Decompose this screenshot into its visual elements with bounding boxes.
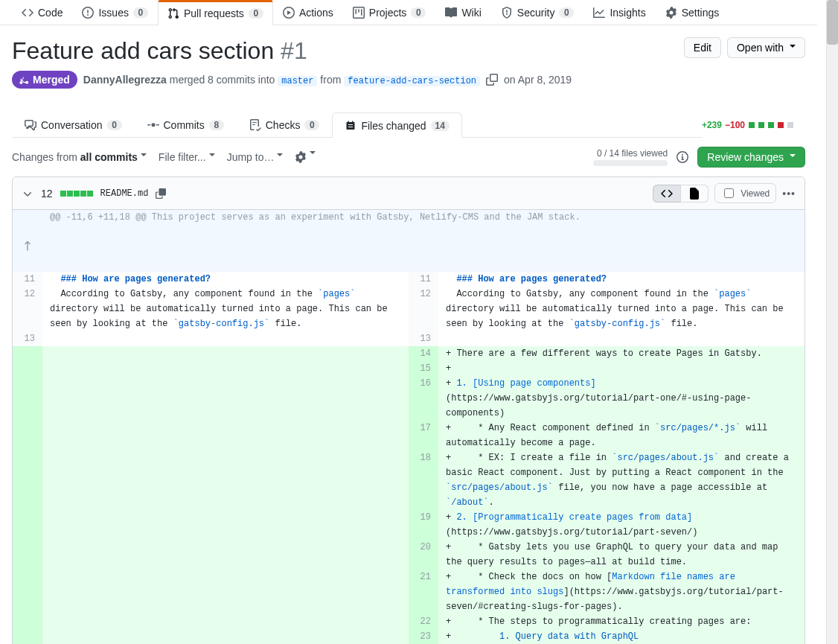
tab-pull-requests[interactable]: Pull requests 0 (158, 0, 273, 25)
line-num-right[interactable]: 14 (409, 346, 438, 361)
line-num-right[interactable]: 13 (409, 331, 438, 346)
tab-commits[interactable]: Commits 8 (135, 112, 237, 137)
kebab-menu[interactable]: ••• (782, 188, 796, 200)
hunk-header: @@ -11,6 +11,18 @@ This project serves a… (13, 210, 805, 272)
rendered-view-button[interactable] (680, 185, 709, 203)
code-right: ### How are pages generated? (438, 272, 805, 287)
tab-commits-count: 8 (209, 120, 224, 130)
issue-opened-icon (82, 7, 94, 19)
line-num-right[interactable]: 15 (409, 361, 438, 376)
tab-projects[interactable]: Projects 0 (343, 0, 436, 25)
tab-insights[interactable]: Insights (583, 0, 655, 25)
line-num-right[interactable]: 17 (409, 421, 438, 450)
edit-button[interactable]: Edit (684, 37, 721, 58)
pr-author[interactable]: DannyAllegrezza (83, 74, 167, 86)
scrollbar[interactable] (826, 0, 838, 644)
expand-icon[interactable] (13, 210, 42, 272)
diff-settings-dropdown[interactable] (295, 151, 316, 163)
progress-bar (593, 160, 668, 166)
file-changes-count: 12 (41, 188, 53, 200)
line-num-left[interactable]: 12 (13, 287, 42, 331)
open-with-button[interactable]: Open with (727, 37, 805, 58)
line-num-left[interactable]: 13 (13, 331, 42, 346)
tab-settings[interactable]: Settings (656, 0, 729, 25)
checklist-icon (249, 119, 261, 131)
diffstat-block (778, 122, 784, 128)
changes-from-dropdown[interactable]: Changes from all commits (12, 151, 147, 163)
tab-files-count: 14 (431, 121, 450, 131)
tab-checks[interactable]: Checks 0 (237, 112, 333, 137)
code-left: ### How are pages generated? (42, 272, 409, 287)
diffstat-deletions: −100 (725, 120, 745, 130)
tab-issues-label: Issues (98, 7, 128, 19)
line-num-right[interactable]: 21 (409, 570, 438, 614)
copy-icon[interactable] (486, 74, 498, 86)
tab-security[interactable]: Security 0 (491, 0, 584, 25)
line-num-right[interactable]: 23 (409, 629, 438, 644)
tab-actions-label: Actions (299, 7, 333, 19)
viewed-checkbox-input[interactable] (724, 188, 734, 198)
pr-title: Feature add cars section #1 (12, 37, 307, 65)
line-num-right[interactable]: 12 (409, 287, 438, 331)
git-merge-icon (19, 74, 30, 85)
code-right: + * The steps to programmatically creati… (438, 614, 805, 629)
info-icon[interactable] (677, 151, 688, 163)
tab-settings-label: Settings (682, 7, 720, 19)
tab-wiki[interactable]: Wiki (435, 0, 490, 25)
file-filter-dropdown[interactable]: File filter... (159, 151, 215, 163)
chevron-down-icon[interactable] (22, 188, 33, 200)
line-num-right[interactable]: 16 (409, 376, 438, 421)
diffstat-block (758, 122, 764, 128)
line-num-right[interactable]: 19 (409, 510, 438, 540)
diff-row: 22 + * The steps to programmatically cre… (13, 614, 805, 629)
diff-row: 21 + * Check the docs on how [Markdown f… (13, 570, 805, 614)
tab-code[interactable]: Code (12, 0, 72, 25)
hunk-text: @@ -11,6 +11,18 @@ This project serves a… (42, 210, 805, 272)
code-right: + * Check the docs on how [Markdown file… (438, 570, 805, 614)
book-icon (445, 7, 457, 19)
tab-projects-count: 0 (411, 7, 426, 18)
shield-icon (501, 7, 513, 19)
gear-icon (665, 7, 677, 19)
tab-checks-label: Checks (266, 119, 301, 131)
file-name[interactable]: README.md (100, 188, 149, 199)
line-num-right[interactable]: 11 (409, 272, 438, 287)
line-num-left[interactable]: 11 (13, 272, 42, 287)
code-right: + (438, 361, 805, 376)
review-changes-button[interactable]: Review changes (697, 147, 805, 168)
head-branch[interactable]: feature-add-cars-section (344, 76, 480, 86)
tab-projects-label: Projects (369, 7, 407, 19)
scrollbar-thumb[interactable] (827, 0, 838, 45)
copy-path-icon[interactable] (156, 188, 166, 199)
diffstat-block (787, 122, 793, 128)
base-branch[interactable]: master (278, 76, 317, 86)
code-right: + * Any React component defined in `src/… (438, 421, 805, 450)
viewed-checkbox[interactable]: Viewed (714, 183, 776, 203)
state-badge: Merged (12, 71, 77, 89)
file-header: 12 README.md Viewed ••• (13, 177, 805, 210)
pr-date: on Apr 8, 2019 (504, 74, 572, 86)
code-icon (22, 7, 33, 19)
jump-to-dropdown[interactable]: Jump to… (227, 151, 284, 163)
diff-row: 12 According to Gatsby, any component fo… (13, 287, 805, 331)
source-view-button[interactable] (653, 185, 681, 203)
tab-issues[interactable]: Issues 0 (72, 0, 157, 25)
diff-row: 16 + 1. [Using page components](https://… (13, 376, 805, 421)
diffstat-mini (60, 191, 93, 197)
state-label: Merged (33, 74, 70, 86)
pr-header: Feature add cars section #1 Edit Open wi… (0, 25, 817, 101)
diffstat-block (749, 122, 755, 128)
line-num-right[interactable]: 20 (409, 540, 438, 570)
diff-row: 11 ### How are pages generated? 11 ### H… (13, 272, 805, 287)
tab-security-label: Security (517, 7, 555, 19)
line-num-right[interactable]: 18 (409, 450, 438, 510)
tab-commits-label: Commits (164, 119, 205, 131)
view-mode-toggle (653, 185, 709, 203)
tab-files-changed[interactable]: Files changed 14 (332, 112, 462, 138)
tab-actions[interactable]: Actions (273, 0, 343, 25)
tab-code-label: Code (38, 7, 63, 19)
line-num-right[interactable]: 22 (409, 614, 438, 629)
code-right: + 2. [Programmatically create pages from… (438, 510, 805, 540)
code-left: According to Gatsby, any component found… (42, 287, 409, 331)
tab-conversation[interactable]: Conversation 0 (12, 112, 135, 137)
